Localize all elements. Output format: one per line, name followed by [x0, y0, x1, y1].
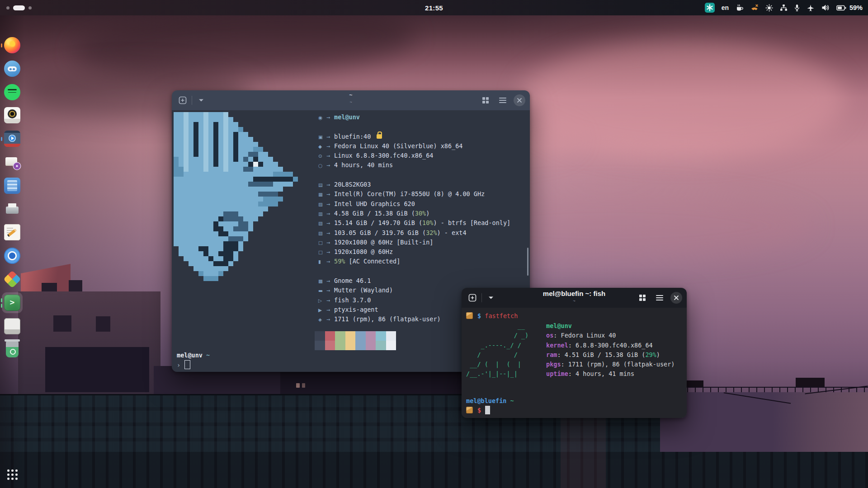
new-tab-icon: [468, 293, 477, 302]
dock-item-printer[interactable]: [4, 201, 20, 217]
dock-item-webcam[interactable]: [4, 107, 20, 123]
running-indicator: [1, 298, 2, 302]
terminal-icon: [4, 295, 20, 311]
dock-item-text-editor[interactable]: [4, 224, 20, 240]
dock-item-firefox[interactable]: [4, 37, 20, 53]
window-title: ~: [217, 93, 485, 99]
headset-disabled-icon[interactable]: [750, 4, 759, 11]
window-reflection: [561, 407, 606, 488]
terminal-content[interactable]: $ fastfetch __ / _) _.----._/ / / / __/ …: [462, 308, 687, 418]
command-line: $ fastfetch: [466, 311, 518, 321]
spotify-icon: [4, 84, 20, 100]
menu-button[interactable]: [496, 94, 509, 107]
building-rooftop-box: [796, 378, 825, 387]
clock[interactable]: 21:55: [425, 0, 443, 15]
dock-item-software-diamond[interactable]: [4, 271, 20, 287]
text-editor-icon: [4, 224, 20, 240]
night-light-icon[interactable]: [765, 4, 773, 12]
lit-window: [302, 383, 305, 388]
dock-item-trash[interactable]: [4, 341, 20, 357]
system-tray[interactable]: en 59%: [705, 3, 868, 13]
fetch-info: mel@unvos: Fedora Linux 40kernel: 6.8.8-…: [546, 321, 675, 379]
app-grid-button[interactable]: [4, 466, 20, 483]
dock-item-terminal[interactable]: [4, 295, 20, 311]
package-icon: [466, 407, 473, 413]
new-tab-button[interactable]: [466, 291, 479, 304]
workspace-dot[interactable]: [6, 6, 9, 9]
tab-dropdown-button[interactable]: [195, 94, 208, 107]
chevron-down-icon: [488, 296, 494, 300]
workspace-indicator[interactable]: [0, 0, 38, 15]
building-window: [53, 315, 71, 332]
headerbar[interactable]: mel@bluefin ~: fish ~: [462, 288, 687, 308]
window-titles: ~ ~: [217, 93, 485, 104]
cloud-shape: [520, 41, 845, 158]
tab-overview-icon: [481, 96, 490, 104]
dock-item-mail[interactable]: [4, 154, 20, 170]
lit-window: [296, 383, 300, 388]
caffeine-icon[interactable]: [736, 4, 744, 12]
prompt-input-line: $: [466, 406, 490, 415]
package-icon: [466, 312, 473, 319]
tab-dropdown-button[interactable]: [485, 291, 497, 304]
window-title: mel@bluefin ~: fish: [507, 290, 642, 298]
close-button[interactable]: [514, 94, 525, 106]
close-icon: [517, 98, 522, 103]
dock-item-chromium[interactable]: [4, 248, 20, 264]
webcam-icon: [4, 107, 20, 123]
running-indicator: [1, 43, 2, 47]
hamburger-icon: [499, 97, 507, 103]
network-tree-icon[interactable]: [780, 4, 788, 11]
workspace-dot[interactable]: [28, 6, 32, 9]
trash-icon: [6, 341, 19, 357]
ascii-dino-art: __ / _) _.----._/ / / / __/ ( | ( | /__.…: [466, 321, 528, 379]
scrollbar-thumb[interactable]: [527, 248, 528, 276]
dock-item-drive[interactable]: [4, 318, 20, 334]
new-tab-button[interactable]: [176, 94, 189, 107]
close-icon: [674, 295, 679, 300]
command-line-text: $ fastfetch: [477, 312, 518, 319]
bluefin-fish-pixel-art: [174, 112, 303, 281]
discord-icon: [4, 61, 20, 77]
menu-button[interactable]: [653, 291, 666, 304]
volume-icon[interactable]: [821, 4, 830, 11]
microphone-icon[interactable]: [794, 4, 800, 11]
dock-item-discord[interactable]: [4, 61, 20, 77]
mail-icon: [4, 154, 20, 170]
keyboard-layout[interactable]: en: [722, 4, 729, 11]
close-button[interactable]: [670, 292, 682, 304]
chevron-down-icon: [198, 99, 204, 102]
window-subtitle: ~: [507, 299, 642, 303]
battery-icon[interactable]: [836, 5, 846, 11]
header-separator: [192, 96, 192, 105]
airplane-icon[interactable]: [807, 4, 815, 12]
dock-item-file-cabinet[interactable]: [4, 178, 20, 194]
prompt-user-line: mel@unv ~: [177, 351, 210, 360]
prompt-chevron: ›: [177, 361, 180, 369]
window-subtitle: ~: [217, 100, 485, 104]
file-cabinet-icon: [4, 178, 20, 194]
battery-percent-label[interactable]: 59%: [849, 4, 863, 11]
prompt-input-line: ›: [177, 360, 190, 370]
distro-badge-icon[interactable]: [705, 3, 715, 13]
terminal-window-focused[interactable]: mel@bluefin ~: fish ~ $ fastfetch __ / _…: [462, 288, 687, 418]
terminal-color-palette: [315, 331, 396, 350]
dock-item-spotify[interactable]: [4, 84, 20, 100]
building-window: [96, 316, 110, 332]
cursor-outline: [184, 360, 190, 369]
headerbar[interactable]: ~ ~: [172, 90, 530, 110]
printer-icon: [4, 201, 20, 217]
prompt-dollar: $: [477, 407, 481, 414]
cursor-block: [485, 406, 490, 414]
hamburger-icon: [656, 295, 664, 301]
running-indicator: [1, 304, 2, 308]
tab-overview-button[interactable]: [636, 291, 649, 304]
tab-overview-button[interactable]: [479, 94, 492, 107]
drive-icon: [4, 318, 20, 334]
dock-item-video-player[interactable]: [4, 131, 20, 147]
city-foreground: [0, 452, 868, 488]
firefox-icon: [4, 37, 20, 53]
workspace-active-pill[interactable]: [13, 5, 25, 10]
software-diamond-icon: [3, 270, 21, 288]
new-tab-icon: [178, 96, 187, 105]
